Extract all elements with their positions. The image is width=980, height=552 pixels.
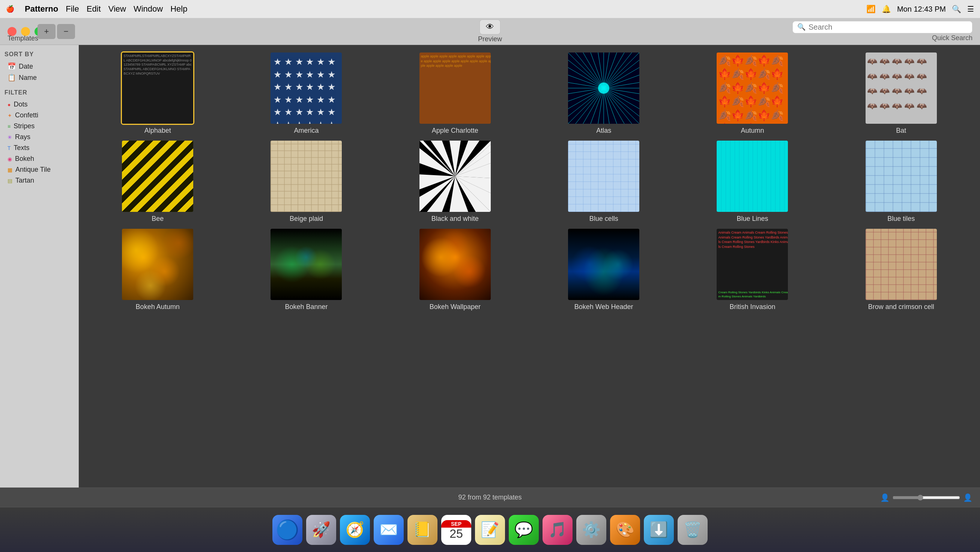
search-menu-icon[interactable]: 🔍 [952, 5, 961, 14]
trash-icon: 🗑️ [683, 521, 702, 538]
zoom-in-icon: 👤 [963, 493, 972, 502]
dock-music[interactable]: 🎵 [542, 515, 573, 545]
dock-patterno[interactable]: 🎨 [610, 515, 640, 545]
filter-stripes[interactable]: ≡ Stripes [5, 121, 74, 132]
pattern-item-bokeh-wallpaper[interactable]: Bokeh Wallpaper [384, 229, 527, 311]
name-icon: 📋 [8, 73, 16, 82]
dock-preferences[interactable]: ⚙️ [576, 515, 606, 545]
menu-bar: 🍎 Patterno File Edit View Window Help 📶 … [0, 0, 980, 18]
menu-file[interactable]: File [66, 4, 79, 14]
calendar-day: 25 [449, 528, 463, 539]
search-input-wrap[interactable]: 🔍 [792, 21, 972, 33]
pattern-name-bat: Bat [896, 127, 906, 135]
menu-edit[interactable]: Edit [87, 4, 101, 14]
pattern-thumb-autumn[interactable] [717, 52, 788, 124]
templates-label: Templates [8, 35, 38, 42]
dock-safari[interactable]: 🧭 [340, 515, 370, 545]
dock-messages[interactable]: 💬 [509, 515, 539, 545]
zoom-slider-wrap: 👤 👤 [880, 493, 972, 502]
pattern-thumb-bokeh-banner[interactable] [270, 229, 342, 300]
prefs-icon: ⚙️ [582, 521, 601, 538]
apple-menu[interactable]: 🍎 [6, 5, 14, 13]
pattern-thumb-atlas[interactable] [568, 52, 640, 124]
preview-button[interactable]: 👁 [479, 19, 501, 35]
filter-tartan[interactable]: ▤ Tartan [5, 175, 74, 186]
filter-bokeh[interactable]: ◉ Bokeh [5, 153, 74, 164]
filter-dots-label: Dots [14, 100, 27, 108]
pattern-name-british-invasion: British Invasion [729, 303, 775, 311]
pattern-item-apple-charlotte[interactable]: Apple Charlotte [384, 52, 527, 135]
pattern-thumb-black-white[interactable] [420, 141, 491, 212]
preview-label: Preview [478, 35, 502, 43]
dock-notes[interactable]: 📝 [475, 515, 505, 545]
dock-calendar[interactable]: SEP 25 [441, 515, 471, 545]
pattern-item-bat[interactable]: Bat [830, 52, 972, 135]
menu-window[interactable]: Window [134, 4, 163, 14]
pattern-item-bokeh-autumn[interactable]: Bokeh Autumn [86, 229, 229, 311]
filter-antique-tile[interactable]: ▦ Antique Tile [5, 164, 74, 175]
pattern-item-alphabet[interactable]: STAMPMRLSTAMPMRLABCXYZSTAMPMRL ABCDEFGHI… [86, 52, 229, 135]
pattern-item-atlas[interactable]: Atlas [532, 52, 675, 135]
pattern-item-bokeh-webheader[interactable]: Bokeh Web Header [532, 229, 675, 311]
pattern-name-bokeh-webheader: Bokeh Web Header [574, 303, 633, 311]
finder-icon: 🔵 [276, 519, 299, 541]
dock-rocket[interactable]: 🚀 [306, 515, 336, 545]
svg-point-41 [598, 82, 609, 94]
sort-by-name[interactable]: 📋 Name [5, 72, 74, 83]
pattern-thumb-bat[interactable] [865, 52, 937, 124]
filter-dots[interactable]: ● Dots [5, 99, 74, 110]
pattern-item-bee[interactable]: Bee [86, 141, 229, 223]
dock-download[interactable]: ⬇️ [644, 515, 674, 545]
pattern-item-autumn[interactable]: Autumn [681, 52, 824, 135]
filter-rays[interactable]: ✳ Rays [5, 132, 74, 143]
pattern-item-bokeh-banner[interactable]: Bokeh Banner [235, 229, 377, 311]
sidebar: SORT BY 📅 Date 📋 Name FILTER ● Dots ✦ Co… [0, 45, 79, 487]
filter-confetti[interactable]: ✦ Confetti [5, 110, 74, 121]
dock-mail[interactable]: ✉️ [374, 515, 404, 545]
dock-contacts[interactable]: 📒 [407, 515, 438, 545]
pattern-thumb-beige-plaid[interactable] [270, 141, 342, 212]
pattern-item-blue-tiles[interactable]: Blue tiles [830, 141, 972, 223]
add-template-button[interactable]: + [38, 24, 56, 39]
pattern-thumb-blue-cells[interactable] [568, 141, 640, 212]
search-input[interactable] [808, 23, 967, 32]
pattern-item-blue-cells[interactable]: Blue cells [532, 141, 675, 223]
pattern-thumb-alphabet[interactable]: STAMPMRLSTAMPMRLABCXYZSTAMPMRL ABCDEFGHI… [122, 52, 193, 124]
pattern-thumb-british-invasion[interactable] [717, 229, 788, 300]
pattern-thumb-blue-tiles[interactable] [865, 141, 937, 212]
pattern-thumb-bokeh-autumn[interactable] [122, 229, 193, 300]
filter-confetti-label: Confetti [15, 111, 38, 119]
main-layout: SORT BY 📅 Date 📋 Name FILTER ● Dots ✦ Co… [0, 45, 980, 487]
pattern-item-black-white[interactable]: Black and white [384, 141, 527, 223]
pattern-name-bee: Bee [151, 215, 164, 223]
menu-help[interactable]: Help [170, 4, 187, 14]
pattern-name-autumn: Autumn [741, 127, 764, 135]
pattern-item-beige-plaid[interactable]: Beige plaid [235, 141, 377, 223]
pattern-thumb-america[interactable] [270, 52, 342, 124]
remove-template-button[interactable]: − [57, 24, 75, 39]
pattern-item-british-invasion[interactable]: British Invasion [681, 229, 824, 311]
list-icon[interactable]: ☰ [967, 5, 974, 14]
safari-icon: 🧭 [345, 521, 364, 538]
filter-texts[interactable]: T Texts [5, 143, 74, 153]
dock-finder[interactable]: 🔵 [272, 515, 302, 545]
menu-patterno[interactable]: Patterno [25, 4, 58, 14]
menu-view[interactable]: View [108, 4, 126, 14]
pattern-thumb-bee[interactable] [122, 141, 193, 212]
pattern-thumb-brow-crimson[interactable] [865, 229, 937, 300]
pattern-thumb-bokeh-wallpaper[interactable] [420, 229, 491, 300]
pattern-grid: STAMPMRLSTAMPMRLABCXYZSTAMPMRL ABCDEFGHI… [86, 52, 972, 311]
pattern-thumb-bokeh-webheader[interactable] [568, 229, 640, 300]
system-icon-1: 📶 [866, 5, 876, 14]
search-icon: 🔍 [797, 23, 805, 31]
sort-by-date[interactable]: 📅 Date [5, 61, 74, 72]
mail-icon: ✉️ [379, 521, 398, 538]
pattern-item-blue-lines[interactable]: Blue Lines [681, 141, 824, 223]
zoom-slider[interactable] [892, 495, 960, 501]
pattern-item-brow-crimson[interactable]: Brow and crimson cell [830, 229, 972, 311]
pattern-thumb-apple-charlotte[interactable] [420, 52, 491, 124]
pattern-item-america[interactable]: America [235, 52, 377, 135]
bokeh-icon: ◉ [8, 156, 12, 162]
dock-trash[interactable]: 🗑️ [678, 515, 708, 545]
pattern-thumb-blue-lines[interactable] [717, 141, 788, 212]
